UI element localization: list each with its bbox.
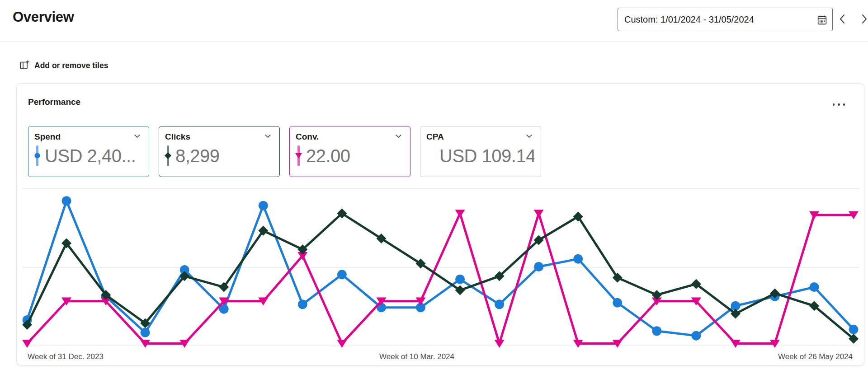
chevron-left-icon xyxy=(838,13,848,26)
metric-tile-cpa[interactable]: CPA USD 109.14 xyxy=(420,126,541,177)
add-or-remove-tiles-button[interactable]: Add or remove tiles xyxy=(20,60,108,71)
calendar-icon xyxy=(816,14,828,28)
next-period-button[interactable] xyxy=(856,8,868,31)
add-tile-icon xyxy=(20,60,29,71)
tile-label: Conv. xyxy=(296,132,319,142)
metric-tile-clicks[interactable]: Clicks 8,299 xyxy=(159,126,280,177)
tile-label: Clicks xyxy=(165,132,190,142)
tile-value: USD 109.14 xyxy=(439,146,534,166)
card-title: Performance xyxy=(28,97,80,107)
chevron-down-icon xyxy=(395,132,402,142)
dot xyxy=(843,103,845,106)
dot xyxy=(838,103,840,106)
more-options-button[interactable] xyxy=(831,102,847,108)
date-range-picker[interactable]: Custom: 1/01/2024 - 31/05/2024 xyxy=(618,8,833,31)
series-marker-clicks xyxy=(165,145,171,167)
x-axis-label-start: Week of 31 Dec. 2023 xyxy=(28,352,104,361)
x-axis-label-middle: Week of 10 Mar. 2024 xyxy=(379,352,454,361)
tile-value: USD 2,40... xyxy=(45,146,136,166)
series-marker-conv xyxy=(296,145,302,167)
performance-line-chart[interactable] xyxy=(17,183,865,350)
tile-value: 22.00 xyxy=(306,146,350,166)
series-marker-none xyxy=(426,145,437,167)
dot xyxy=(833,103,835,106)
x-axis-label-end: Week of 26 May 2024 xyxy=(778,352,853,361)
page-title: Overview xyxy=(13,9,74,25)
chevron-down-icon xyxy=(525,132,533,142)
header-divider xyxy=(0,41,868,42)
series-marker-spend xyxy=(34,145,41,167)
chevron-down-icon xyxy=(133,132,141,142)
date-range-label: Custom: 1/01/2024 - 31/05/2024 xyxy=(618,14,754,25)
metric-tile-conv[interactable]: Conv. 22.00 xyxy=(289,126,410,177)
add-or-remove-tiles-label: Add or remove tiles xyxy=(34,61,108,70)
metric-tiles: Spend USD 2,40... Clicks 8,299 Conv. 22.… xyxy=(28,126,541,177)
previous-period-button[interactable] xyxy=(835,8,851,31)
chevron-right-icon xyxy=(859,13,868,26)
chevron-down-icon xyxy=(264,132,272,142)
performance-card: Performance Spend USD 2,40... Clicks 8,2… xyxy=(16,83,864,365)
tile-label: CPA xyxy=(426,132,444,142)
tile-label: Spend xyxy=(34,132,61,142)
metric-tile-spend[interactable]: Spend USD 2,40... xyxy=(28,126,149,177)
tile-value: 8,299 xyxy=(175,146,220,166)
